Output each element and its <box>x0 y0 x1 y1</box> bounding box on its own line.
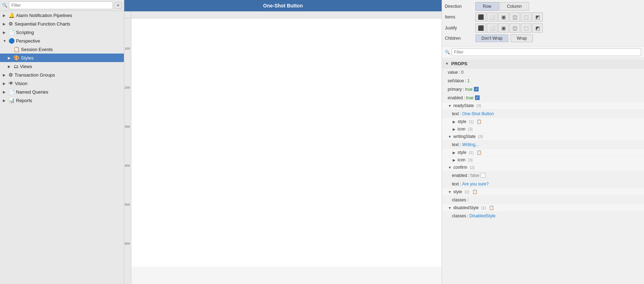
sidebar-item-transaction-groups[interactable]: ▶⚙Transaction Groups <box>0 71 124 79</box>
icon-transaction-groups: ⚙ <box>9 72 13 78</box>
canvas-inner <box>131 18 442 267</box>
label-sfc: Sequential Function Charts <box>15 21 121 27</box>
confirm-enabled-checkbox[interactable] <box>481 173 485 178</box>
props-search-icon: 🔍 <box>445 50 450 55</box>
items-btn-4[interactable]: ◫ <box>509 12 520 22</box>
dont-wrap-button[interactable]: Don't Wrap <box>475 34 508 42</box>
icon-alarm-pipelines: 🔔 <box>9 12 15 18</box>
writingState-style-paste[interactable]: 📋 <box>476 150 482 155</box>
toggle-views: ▶ <box>8 65 12 68</box>
prop-style-classes: classes : <box>442 196 644 204</box>
style-toggle: ▼ <box>448 190 452 194</box>
props-section: ▼ PROPS value : 0 setValue : 1 primary <box>442 58 644 222</box>
prop-readyState-header[interactable]: ▼ readyState {3} <box>442 102 644 110</box>
layout-section: Direction Row Column Items ⬛ ⬜ ▣ ◫ ⬚ ◩ <box>442 0 644 46</box>
props-collapse-icon[interactable]: ▼ <box>445 62 449 66</box>
confirm-toggle: ▼ <box>448 165 452 169</box>
sidebar-item-views[interactable]: ▶🗂Views <box>0 62 124 71</box>
wrap-button[interactable]: Wrap <box>511 34 533 42</box>
toggle-styles: ▶ <box>8 56 12 60</box>
items-label: Items <box>445 15 473 20</box>
icon-views: 🗂 <box>13 63 18 69</box>
direction-row-btn[interactable]: Row <box>475 2 499 11</box>
sidebar-search-icon: 🔍 <box>2 3 7 8</box>
justify-btn-1[interactable]: ⬛ <box>475 23 486 33</box>
props-title: PROPS <box>451 61 468 66</box>
readyState-style-paste[interactable]: 📋 <box>476 119 482 124</box>
prop-disabledStyle-header[interactable]: ▼ disabledStyle {1} 📋 <box>442 204 644 212</box>
icon-styles: 🎨 <box>13 55 20 61</box>
props-header: ▼ PROPS <box>442 60 644 68</box>
right-panel: Direction Row Column Items ⬛ ⬜ ▣ ◫ ⬚ ◩ <box>442 0 644 284</box>
sidebar-item-sfc[interactable]: ▶⚙Sequential Function Charts <box>0 20 124 28</box>
icon-sfc: ⚙ <box>9 21 13 27</box>
justify-btn-3[interactable]: ▣ <box>498 23 509 33</box>
prop-readyState-icon-header[interactable]: ▶ icon {3} <box>442 126 644 133</box>
prop-disabledStyle-classes: classes : DisabledStyle <box>442 212 644 220</box>
prop-readyState-style-header[interactable]: ▶ style {1} 📋 <box>442 118 644 126</box>
sidebar-item-perspective[interactable]: ▼🔵Perspective <box>0 37 124 45</box>
sidebar-item-session-events[interactable]: 📋Session Events <box>0 45 124 54</box>
prop-style-header[interactable]: ▼ style {1} 📋 <box>442 188 644 196</box>
sidebar: 🔍 ✕ ▶🔔Alarm Notification Pipelines▶⚙Sequ… <box>0 0 124 284</box>
prop-confirm-header[interactable]: ▼ confirm {2} <box>442 164 644 171</box>
justify-label: Justify <box>445 26 473 30</box>
justify-btn-6[interactable]: ◩ <box>532 23 543 33</box>
label-transaction-groups: Transaction Groups <box>15 72 121 78</box>
icon-named-queries: 📄 <box>9 89 15 95</box>
direction-buttons: Row Column <box>475 2 529 11</box>
children-label: Children <box>445 36 473 41</box>
direction-column-btn[interactable]: Column <box>500 2 529 11</box>
ruler-horizontal <box>131 11 442 18</box>
canvas-content: 100 200 300 400 500 600 <box>124 11 442 284</box>
sidebar-item-named-queries[interactable]: ▶📄Named Queries <box>0 88 124 96</box>
label-reports: Reports <box>16 98 121 103</box>
direction-row: Direction Row Column <box>445 2 641 11</box>
sidebar-item-vision[interactable]: ▶👁Vision <box>0 79 124 88</box>
canvas-workspace[interactable] <box>131 18 442 284</box>
toggle-transaction-groups: ▶ <box>3 73 7 77</box>
main-area: One-Shot Button 100 200 300 400 500 600 <box>124 0 644 284</box>
direction-label: Direction <box>445 4 473 9</box>
toggle-alarm-pipelines: ▶ <box>3 13 7 17</box>
prop-confirm-enabled: enabled : false <box>442 171 644 180</box>
items-btn-5[interactable]: ⬚ <box>521 12 531 22</box>
icon-reports: 📊 <box>9 98 15 103</box>
prop-writingState-style-header[interactable]: ▶ style {1} 📋 <box>442 149 644 156</box>
justify-btn-5[interactable]: ⬚ <box>521 23 531 33</box>
icon-perspective: 🔵 <box>9 38 15 44</box>
disabledStyle-paste[interactable]: 📋 <box>489 205 494 210</box>
items-btn-1[interactable]: ⬛ <box>475 12 486 22</box>
items-btn-6[interactable]: ◩ <box>532 12 543 22</box>
prop-writingState-text: text : Writing... <box>442 140 644 149</box>
enabled-checkbox[interactable]: ✓ <box>475 95 480 100</box>
sidebar-item-reports[interactable]: ▶📊Reports <box>0 96 124 105</box>
children-row: Children Don't Wrap Wrap <box>445 34 641 42</box>
toggle-sfc: ▶ <box>3 22 7 26</box>
label-vision: Vision <box>15 81 121 86</box>
sidebar-clear-button[interactable]: ✕ <box>114 2 122 9</box>
prop-writingState-header[interactable]: ▼ writingState {3} <box>442 133 644 140</box>
label-session-events: Session Events <box>21 47 121 52</box>
canvas-title: One-Shot Button <box>124 0 442 11</box>
toggle-scripting: ▶ <box>3 30 7 34</box>
ruler-tick-200: 200 <box>125 86 130 89</box>
items-btn-3[interactable]: ▣ <box>498 12 509 22</box>
sidebar-filter-input[interactable] <box>9 1 113 9</box>
items-btn-2[interactable]: ⬜ <box>487 12 497 22</box>
justify-btn-2[interactable]: ⬜ <box>487 23 497 33</box>
label-views: Views <box>20 64 121 69</box>
sidebar-item-scripting[interactable]: ▶📄Scripting <box>0 28 124 37</box>
sidebar-item-styles[interactable]: ▶🎨Styles <box>0 54 124 62</box>
style-paste[interactable]: 📋 <box>472 189 477 194</box>
prop-writingState-icon-header[interactable]: ▶ icon {3} <box>442 156 644 164</box>
label-named-queries: Named Queries <box>16 89 121 95</box>
props-filter-input[interactable] <box>452 48 641 56</box>
justify-btn-4[interactable]: ◫ <box>509 23 520 33</box>
primary-checkbox[interactable]: ✓ <box>474 87 479 91</box>
sidebar-item-alarm-pipelines[interactable]: ▶🔔Alarm Notification Pipelines <box>0 11 124 20</box>
label-perspective: Perspective <box>16 38 121 44</box>
label-styles: Styles <box>21 55 121 61</box>
readyState-icon-toggle: ▶ <box>452 127 456 131</box>
sidebar-filter-bar: 🔍 ✕ <box>0 0 124 11</box>
